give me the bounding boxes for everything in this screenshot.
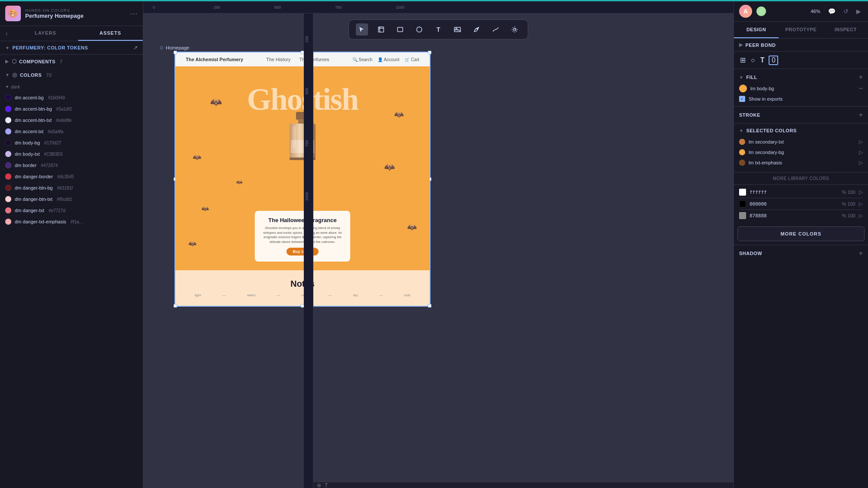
- colors-section-header[interactable]: ▼ ◎ COLORS 70: [0, 68, 143, 82]
- pen-tool[interactable]: [470, 23, 483, 36]
- type-icon[interactable]: T: [760, 56, 766, 65]
- fill-remove-button[interactable]: −: [859, 85, 863, 92]
- tab-inspect[interactable]: INSPECT: [823, 22, 868, 38]
- list-item[interactable]: dm border #472874: [0, 160, 143, 171]
- align-icon[interactable]: ⊞: [739, 55, 746, 65]
- more-colors-button[interactable]: MORE COLORS: [737, 226, 865, 241]
- components-shape-icon: ⬡: [12, 58, 17, 65]
- list-item[interactable]: dm danger-btn-bg #63181f: [0, 182, 143, 193]
- sc-arrow-1[interactable]: ▷: [859, 139, 863, 145]
- hex-arrow-gray[interactable]: ▷: [859, 213, 863, 219]
- nav-action-account: 👤 Account: [378, 57, 399, 62]
- list-item[interactable]: dm danger-border #dc3545: [0, 171, 143, 182]
- image-tool[interactable]: [451, 23, 464, 36]
- selected-color-row: lm txt-emphasis ▷: [739, 157, 863, 168]
- bat-7: 🦇: [236, 179, 243, 185]
- list-item[interactable]: dm danger-btn-txt #f6cdd1: [0, 193, 143, 205]
- circle-tool[interactable]: [413, 23, 425, 36]
- sidebar-header: 🎨 HANDS-ON COLORS Perfumery Homepage ⋯: [0, 1, 143, 26]
- list-item[interactable]: dm danger-txt #e7727d: [0, 205, 143, 216]
- sc-arrow-2[interactable]: ▷: [859, 149, 863, 155]
- color-hex: #ede8fe: [56, 118, 72, 123]
- list-item[interactable]: dm body-txt #C8B3E6: [0, 148, 143, 160]
- fill-add-button[interactable]: +: [859, 73, 863, 81]
- hex-pct-gray: % 100: [838, 213, 855, 218]
- note-light: light: [195, 293, 201, 297]
- asset-section-header[interactable]: ▼ PERFUMERY: COLOR TOKENS ↗: [0, 41, 143, 55]
- list-item[interactable]: dm accent-txt #a5a4fa: [0, 126, 143, 137]
- canvas-area: 0 250 500 750 1000 250 500 750 1000: [143, 1, 733, 488]
- list-item[interactable]: dm accent-btn-txt #ede8fe: [0, 115, 143, 126]
- list-item[interactable]: dm accent-bg #1b0949: [0, 92, 143, 103]
- tab-assets[interactable]: ASSETS: [78, 26, 143, 41]
- nav-back-button[interactable]: ‹: [0, 26, 13, 41]
- hex-arrow-white[interactable]: ▷: [859, 189, 863, 195]
- color-name: dm accent-bg: [15, 95, 44, 100]
- design-nav-actions: 🔍 Search 👤 Account 🛒 Cart: [352, 57, 420, 62]
- stroke-row: STROKE +: [739, 111, 863, 119]
- hex-pct-black: % 100: [838, 201, 855, 206]
- tab-layers[interactable]: LAYERS: [13, 26, 78, 41]
- cursor-tool[interactable]: [356, 23, 368, 36]
- nav-link-history: The History: [266, 57, 290, 62]
- sc-arrow-3[interactable]: ▷: [859, 160, 863, 166]
- bottom-tool-1[interactable]: ⊕: [317, 482, 321, 488]
- asset-arrow-icon: ▼: [5, 46, 10, 50]
- color-hex: #f1a…: [71, 219, 83, 224]
- notes-title: Notes: [184, 279, 421, 289]
- colors-count: 70: [46, 72, 52, 78]
- handle-br[interactable]: [428, 304, 431, 308]
- tab-design[interactable]: DESIGN: [734, 22, 779, 38]
- product-btn[interactable]: Buy 150ml: [286, 248, 318, 255]
- nav-action-cart: 🛒 Cart: [404, 57, 419, 62]
- app-subtitle: HANDS-ON COLORS: [25, 8, 125, 13]
- color-hex: #a5a4fa: [48, 129, 63, 134]
- stroke-add-button[interactable]: +: [859, 111, 863, 119]
- hex-value-gray: 878888: [750, 213, 835, 219]
- frame-tool[interactable]: [375, 23, 387, 36]
- rectangle-tool[interactable]: [394, 23, 406, 36]
- menu-icon[interactable]: ⋯: [130, 9, 138, 18]
- group-dark-label: dark: [11, 84, 20, 89]
- components-arrow-icon: ▶: [5, 59, 9, 64]
- product-title: The Halloween Fragrance: [261, 217, 344, 223]
- text-tool[interactable]: T: [432, 23, 444, 36]
- list-item[interactable]: dm danger-txt-emphasis #f1a…: [0, 216, 143, 227]
- group-dark-header[interactable]: ▼ dark: [0, 82, 143, 92]
- settings-tool[interactable]: [509, 23, 521, 36]
- fill-section-title: ▼ FILL: [739, 75, 757, 80]
- app-logo: 🎨: [5, 6, 21, 21]
- handle-bl[interactable]: [174, 304, 177, 308]
- selected-color-row: lm secondary-txt ▷: [739, 137, 863, 147]
- fill-color-swatch[interactable]: [739, 85, 747, 92]
- tab-prototype[interactable]: PROTOTYPE: [779, 22, 823, 38]
- color-hex: #1b0949: [48, 95, 65, 100]
- user-bar: A ✓ 46% 💬 ↺ ▶: [734, 1, 868, 22]
- list-item[interactable]: dm accent-btn-bg #5a1df2: [0, 103, 143, 115]
- list-item[interactable]: dm body-bg #170d27: [0, 137, 143, 148]
- handle-tl[interactable]: [174, 51, 177, 54]
- zoom-level[interactable]: 46%: [809, 9, 822, 14]
- export-icon[interactable]: ↗: [133, 45, 138, 51]
- frame-name: Homepage: [166, 45, 189, 50]
- number-icon[interactable]: 0: [769, 56, 778, 65]
- product-desc: Ghostish envelops you in a haunting blen…: [261, 226, 344, 244]
- hex-arrow-black[interactable]: ▷: [859, 201, 863, 207]
- ruler-mark-1000: 1000: [396, 5, 404, 10]
- path-tool[interactable]: [490, 23, 502, 36]
- handle-tr[interactable]: [428, 51, 431, 54]
- round-icon[interactable]: ○: [750, 56, 756, 65]
- bottom-tool-2[interactable]: T: [325, 482, 328, 488]
- show-in-exports-checkbox[interactable]: ✓: [739, 96, 745, 102]
- components-section-header[interactable]: ▶ ⬡ COMPONENTS 7: [0, 55, 143, 68]
- left-ruler: 250 500 750 1000: [304, 1, 313, 488]
- share-icon[interactable]: ▶: [855, 8, 863, 15]
- fill-color-name[interactable]: lm body-bg: [750, 86, 855, 91]
- sc-name-3: lm txt-emphasis: [749, 160, 855, 165]
- history-icon[interactable]: ↺: [842, 8, 850, 15]
- svg-rect-0: [378, 27, 384, 32]
- comment-icon[interactable]: 💬: [826, 8, 837, 15]
- frame-icon: ◇: [160, 45, 163, 50]
- more-library-colors-button[interactable]: MORE LIBRARY COLORS: [734, 173, 868, 185]
- shadow-add-button[interactable]: +: [859, 249, 863, 257]
